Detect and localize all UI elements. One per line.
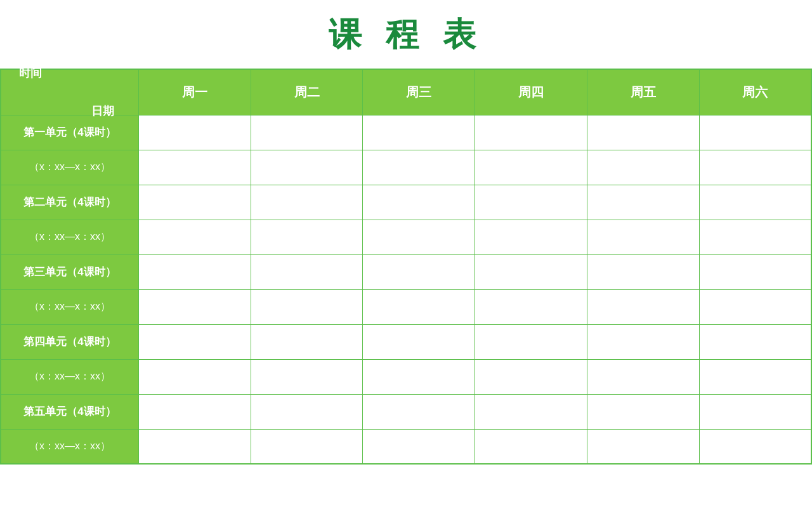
- header-row: 日期 时间 周一 周二 周三 周四 周五 周六: [1, 69, 811, 115]
- content-cell[interactable]: [475, 429, 587, 464]
- content-cell[interactable]: [251, 394, 363, 429]
- table-row: 第三单元（4课时）: [1, 254, 811, 289]
- table-row: 第五单元（4课时）: [1, 394, 811, 429]
- table-row: （x：xx—x：xx）: [1, 289, 811, 324]
- page-title: 课 程 表: [0, 0, 812, 69]
- content-cell[interactable]: [699, 254, 811, 289]
- content-cell[interactable]: [363, 324, 475, 359]
- content-cell[interactable]: [699, 220, 811, 254]
- content-cell[interactable]: [363, 150, 475, 185]
- table-row: 第四单元（4课时）: [1, 324, 811, 359]
- header-monday: 周一: [139, 69, 251, 115]
- table-row: 第二单元（4课时）: [1, 185, 811, 220]
- content-cell[interactable]: [139, 394, 251, 429]
- content-cell[interactable]: [587, 185, 699, 220]
- content-cell[interactable]: [699, 359, 811, 394]
- content-cell[interactable]: [475, 185, 587, 220]
- content-cell[interactable]: [699, 324, 811, 359]
- table-row: （x：xx—x：xx）: [1, 220, 811, 254]
- header-friday: 周五: [587, 69, 699, 115]
- content-cell[interactable]: [251, 185, 363, 220]
- row-label-0: 第一单元（4课时）: [1, 115, 139, 150]
- content-cell[interactable]: [699, 394, 811, 429]
- content-cell[interactable]: [251, 289, 363, 324]
- table-row: （x：xx—x：xx）: [1, 150, 811, 185]
- content-cell[interactable]: [139, 185, 251, 220]
- row-label-8: 第五单元（4课时）: [1, 394, 139, 429]
- table-body: 第一单元（4课时）（x：xx—x：xx）第二单元（4课时）（x：xx—x：xx）…: [1, 115, 811, 464]
- content-cell[interactable]: [251, 150, 363, 185]
- row-label-4: 第三单元（4课时）: [1, 254, 139, 289]
- time-label: 时间: [19, 65, 42, 81]
- content-cell[interactable]: [475, 324, 587, 359]
- content-cell[interactable]: [363, 254, 475, 289]
- content-cell[interactable]: [139, 429, 251, 464]
- content-cell[interactable]: [363, 394, 475, 429]
- date-label: 日期: [91, 103, 114, 119]
- content-cell[interactable]: [699, 150, 811, 185]
- content-cell[interactable]: [475, 150, 587, 185]
- content-cell[interactable]: [363, 220, 475, 254]
- content-cell[interactable]: [587, 394, 699, 429]
- content-cell[interactable]: [251, 429, 363, 464]
- content-cell[interactable]: [139, 324, 251, 359]
- schedule-table: 日期 时间 周一 周二 周三 周四 周五 周六 第一单元（4课时）（x：xx—x…: [0, 69, 812, 465]
- content-cell[interactable]: [475, 115, 587, 150]
- content-cell[interactable]: [587, 254, 699, 289]
- header-saturday: 周六: [699, 69, 811, 115]
- page-container: 课 程 表 日期 时间 周一 周二 周三: [0, 0, 812, 514]
- content-cell[interactable]: [363, 115, 475, 150]
- content-cell[interactable]: [699, 289, 811, 324]
- content-cell[interactable]: [251, 115, 363, 150]
- header-wednesday: 周三: [363, 69, 475, 115]
- content-cell[interactable]: [139, 289, 251, 324]
- content-cell[interactable]: [139, 254, 251, 289]
- content-cell[interactable]: [251, 359, 363, 394]
- corner-cell: 日期 时间: [1, 69, 139, 115]
- content-cell[interactable]: [251, 324, 363, 359]
- row-label-7: （x：xx—x：xx）: [1, 359, 139, 394]
- content-cell[interactable]: [475, 220, 587, 254]
- content-cell[interactable]: [139, 359, 251, 394]
- content-cell[interactable]: [699, 429, 811, 464]
- table-row: （x：xx—x：xx）: [1, 429, 811, 464]
- content-cell[interactable]: [251, 220, 363, 254]
- row-label-9: （x：xx—x：xx）: [1, 429, 139, 464]
- content-cell[interactable]: [139, 150, 251, 185]
- header-thursday: 周四: [475, 69, 587, 115]
- content-cell[interactable]: [587, 359, 699, 394]
- table-row: （x：xx—x：xx）: [1, 359, 811, 394]
- table-row: 第一单元（4课时）: [1, 115, 811, 150]
- row-label-1: （x：xx—x：xx）: [1, 150, 139, 185]
- content-cell[interactable]: [251, 254, 363, 289]
- row-label-2: 第二单元（4课时）: [1, 185, 139, 220]
- content-cell[interactable]: [475, 394, 587, 429]
- content-cell[interactable]: [139, 220, 251, 254]
- content-cell[interactable]: [475, 359, 587, 394]
- content-cell[interactable]: [363, 429, 475, 464]
- content-cell[interactable]: [699, 185, 811, 220]
- header-tuesday: 周二: [251, 69, 363, 115]
- content-cell[interactable]: [587, 324, 699, 359]
- content-cell[interactable]: [475, 254, 587, 289]
- content-cell[interactable]: [587, 220, 699, 254]
- content-cell[interactable]: [363, 185, 475, 220]
- content-cell[interactable]: [587, 289, 699, 324]
- content-cell[interactable]: [475, 289, 587, 324]
- content-cell[interactable]: [587, 150, 699, 185]
- row-label-6: 第四单元（4课时）: [1, 324, 139, 359]
- row-label-5: （x：xx—x：xx）: [1, 289, 139, 324]
- content-cell[interactable]: [699, 115, 811, 150]
- content-cell[interactable]: [363, 359, 475, 394]
- row-label-3: （x：xx—x：xx）: [1, 220, 139, 254]
- content-cell[interactable]: [363, 289, 475, 324]
- content-cell[interactable]: [587, 429, 699, 464]
- content-cell[interactable]: [139, 115, 251, 150]
- content-cell[interactable]: [587, 115, 699, 150]
